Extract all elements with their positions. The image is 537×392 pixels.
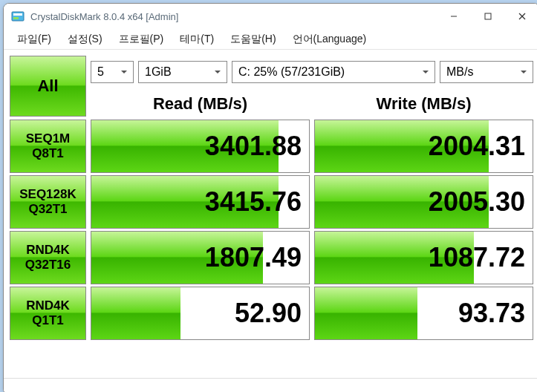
menu-profile[interactable]: 프로필(P) [111, 30, 172, 48]
write-bar [315, 287, 417, 339]
unit-value: MB/s [446, 65, 473, 79]
test-button-3[interactable]: RND4KQ1T1 [10, 287, 86, 340]
write-value: 93.73 [458, 298, 525, 329]
write-cell-1: 2005.30 [314, 175, 533, 229]
maximize-button[interactable] [471, 4, 505, 29]
svg-rect-0 [12, 12, 24, 21]
test-label2: Q32T16 [25, 258, 71, 272]
read-cell-1: 3415.76 [91, 175, 310, 229]
write-value: 2005.30 [429, 186, 525, 218]
test-label1: SEQ128K [19, 187, 77, 202]
results-container: SEQ1MQ8T13401.882004.31SEQ128KQ32T13415.… [10, 120, 533, 342]
app-icon [11, 10, 25, 23]
read-cell-2: 1807.49 [91, 231, 310, 284]
write-value: 1087.72 [429, 242, 525, 273]
read-value: 52.90 [235, 298, 302, 329]
read-header: Read (MB/s) [91, 94, 310, 114]
statusbar [4, 378, 537, 392]
unit-select[interactable]: MB/s [440, 61, 533, 83]
test-button-0[interactable]: SEQ1MQ8T1 [10, 120, 86, 173]
minimize-button[interactable] [437, 4, 471, 29]
write-value: 2004.31 [429, 131, 525, 162]
svg-rect-1 [13, 13, 22, 16]
test-button-2[interactable]: RND4KQ32T16 [10, 231, 86, 284]
test-label2: Q32T1 [29, 202, 68, 217]
app-window: CrystalDiskMark 8.0.4 x64 [Admin] 파일(F) … [3, 3, 537, 392]
titlebar: CrystalDiskMark 8.0.4 x64 [Admin] [4, 4, 537, 29]
test-count-value: 5 [97, 65, 104, 79]
svg-rect-2 [13, 17, 19, 19]
menu-help[interactable]: 도움말(H) [223, 30, 283, 48]
drive-value: C: 25% (57/231GiB) [238, 65, 345, 79]
test-size-value: 1GiB [145, 65, 172, 79]
write-header: Write (MB/s) [314, 94, 533, 114]
close-button[interactable] [505, 4, 537, 29]
controls-row: All 5 1GiB C: 25% (57/231GiB) MB/s [10, 56, 533, 88]
test-button-1[interactable]: SEQ128KQ32T1 [10, 175, 86, 229]
result-row-0: SEQ1MQ8T13401.882004.31 [10, 120, 533, 173]
write-cell-2: 1087.72 [314, 231, 533, 284]
select-wrapper: 5 1GiB C: 25% (57/231GiB) MB/s [91, 56, 533, 88]
test-count-select[interactable]: 5 [91, 61, 134, 83]
content-area: All 5 1GiB C: 25% (57/231GiB) MB/s Read … [4, 50, 537, 378]
read-bar [91, 287, 180, 339]
test-label1: RND4K [26, 243, 70, 258]
result-row-3: RND4KQ1T152.9093.73 [10, 287, 533, 340]
svg-rect-4 [485, 13, 491, 19]
read-cell-3: 52.90 [91, 287, 310, 340]
menu-settings[interactable]: 설정(S) [60, 30, 110, 48]
test-label1: RND4K [26, 298, 70, 313]
window-controls [437, 4, 537, 29]
all-button[interactable]: All [10, 56, 86, 117]
read-value: 1807.49 [205, 242, 302, 273]
menu-language[interactable]: 언어(Language) [285, 30, 374, 48]
write-cell-3: 93.73 [314, 287, 533, 340]
test-label2: Q1T1 [32, 313, 64, 328]
result-row-1: SEQ128KQ32T13415.762005.30 [10, 175, 533, 229]
read-value: 3401.88 [205, 131, 302, 162]
drive-select[interactable]: C: 25% (57/231GiB) [232, 61, 435, 83]
test-label2: Q8T1 [32, 146, 64, 161]
menu-theme[interactable]: 테마(T) [172, 30, 221, 48]
read-value: 3415.76 [205, 186, 302, 218]
result-row-2: RND4KQ32T161807.491087.72 [10, 231, 533, 284]
window-title: CrystalDiskMark 8.0.4 x64 [Admin] [30, 11, 178, 22]
menu-file[interactable]: 파일(F) [10, 30, 59, 48]
write-cell-0: 2004.31 [314, 120, 533, 173]
menubar: 파일(F) 설정(S) 프로필(P) 테마(T) 도움말(H) 언어(Langu… [4, 29, 537, 50]
read-cell-0: 3401.88 [91, 120, 310, 173]
test-size-select[interactable]: 1GiB [138, 61, 227, 83]
all-button-label: All [37, 76, 58, 96]
test-label1: SEQ1M [26, 131, 71, 146]
header-row: Read (MB/s) Write (MB/s) [91, 91, 533, 117]
